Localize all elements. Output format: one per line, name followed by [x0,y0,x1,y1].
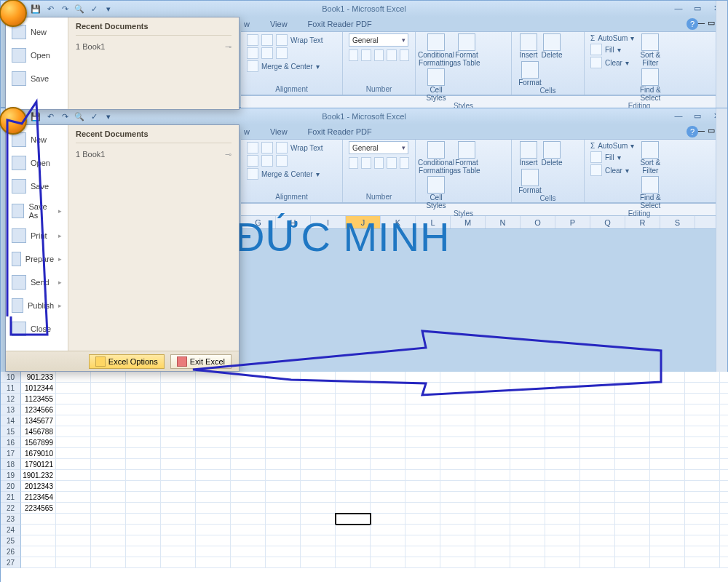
cell[interactable] [685,546,720,557]
cell[interactable] [126,383,161,394]
cell[interactable] [161,426,196,437]
cell[interactable] [336,546,371,557]
cell[interactable] [266,535,301,546]
percent-icon[interactable] [361,49,371,61]
cell[interactable] [440,459,475,470]
cell[interactable] [545,383,580,394]
cell[interactable] [615,437,650,448]
cell[interactable] [56,372,91,383]
cell[interactable] [301,459,336,470]
cell[interactable] [56,448,91,459]
cell[interactable] [405,404,440,415]
cell[interactable] [545,470,580,481]
cell[interactable] [615,394,650,404]
cell[interactable] [266,448,301,459]
cell[interactable] [615,481,650,492]
cell[interactable] [650,470,685,481]
column-header-O[interactable]: O [521,216,555,228]
cell[interactable] [126,546,161,557]
cell[interactable] [231,481,266,492]
cell[interactable] [580,448,615,459]
cell[interactable] [126,372,161,383]
cell[interactable] [91,557,126,568]
cell[interactable] [580,503,615,514]
clear-icon[interactable] [590,164,602,176]
cell[interactable] [650,437,685,448]
wrap-text-button[interactable]: Wrap Text [290,36,323,44]
cell[interactable] [405,514,440,525]
cell[interactable] [301,514,336,525]
cell[interactable] [231,383,266,394]
cell[interactable] [685,415,720,426]
cell[interactable] [475,372,510,383]
cell[interactable] [266,492,301,503]
cell[interactable] [510,525,545,535]
cell[interactable] [126,470,161,481]
indent-inc-icon[interactable] [261,47,273,59]
cell[interactable] [91,481,126,492]
cell[interactable] [615,459,650,470]
cell[interactable] [615,514,650,525]
cell[interactable] [580,437,615,448]
cell[interactable]: 1901.232 [21,470,56,481]
cell[interactable] [196,525,231,535]
cell[interactable] [615,470,650,481]
cell[interactable] [440,546,475,557]
cell[interactable] [301,426,336,437]
cell[interactable] [56,394,91,404]
cell[interactable] [580,535,615,546]
cell[interactable] [650,503,685,514]
cell[interactable] [336,415,371,426]
number-format-dropdown[interactable]: General [349,141,408,154]
help-icon[interactable]: ? [687,126,698,137]
cell[interactable] [161,514,196,525]
cell[interactable] [301,470,336,481]
cell[interactable] [161,394,196,404]
cell[interactable] [196,448,231,459]
dec-decimal-icon[interactable] [400,49,409,61]
cell[interactable] [685,481,720,492]
cell[interactable] [266,546,301,557]
cell[interactable] [301,525,336,535]
cell[interactable] [56,503,91,514]
cell[interactable] [510,437,545,448]
cell[interactable] [336,557,371,568]
wrap-text-button[interactable]: Wrap Text [290,144,323,152]
minimize-button[interactable]: — [670,4,687,14]
cell[interactable]: 2234565 [21,503,56,514]
cell[interactable] [371,437,405,448]
cell[interactable]: 1345677 [21,415,56,426]
cell[interactable] [475,448,510,459]
cell[interactable] [440,492,475,503]
cell[interactable] [301,546,336,557]
merge-center-button[interactable]: Merge & Center [261,63,313,71]
cell[interactable] [161,383,196,394]
cell[interactable] [475,481,510,492]
redo-icon[interactable]: ↷ [59,3,71,15]
minimize-button[interactable]: — [670,111,687,121]
cell[interactable] [580,481,615,492]
cell[interactable] [336,503,371,514]
cell[interactable] [301,448,336,459]
cell[interactable] [545,557,580,568]
comma-icon[interactable] [374,49,384,61]
cell[interactable] [231,404,266,415]
cell[interactable] [440,448,475,459]
spelling-icon[interactable]: ✓ [88,3,100,15]
cell[interactable] [650,404,685,415]
row-header-19[interactable]: 19 [1,470,21,481]
cell[interactable] [580,492,615,503]
cell[interactable] [615,535,650,546]
cell[interactable] [685,557,720,568]
cell[interactable] [196,546,231,557]
cell[interactable] [91,404,126,415]
cell[interactable] [580,525,615,535]
cell[interactable] [580,514,615,525]
cell[interactable] [196,383,231,394]
cell[interactable] [685,525,720,535]
cell[interactable] [301,481,336,492]
cell[interactable] [615,503,650,514]
cell[interactable] [685,459,720,470]
cell[interactable] [196,372,231,383]
pin-icon[interactable]: ⊸ [225,150,232,159]
